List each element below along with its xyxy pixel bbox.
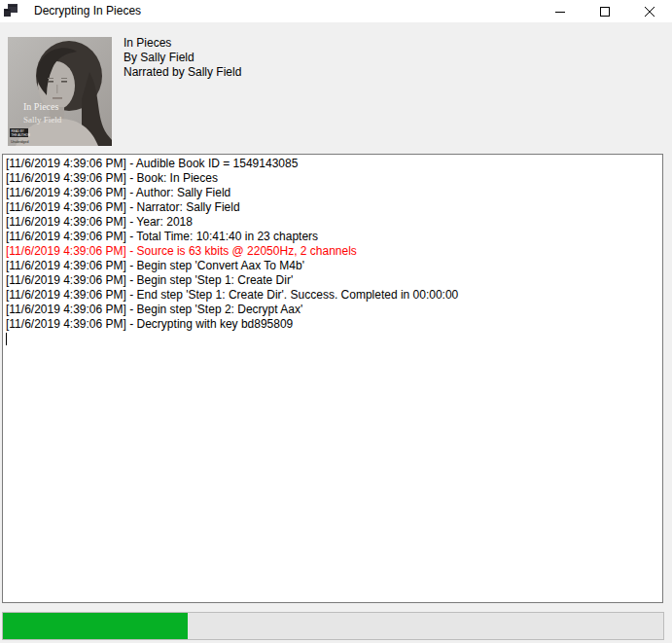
log-line: [11/6/2019 4:39:06 PM] - Begin step 'Ste… — [6, 303, 659, 317]
close-button[interactable] — [627, 0, 672, 22]
cover-author-text: Sally Field — [23, 115, 62, 125]
book-narrator: Narrated by Sally Field — [124, 65, 241, 80]
book-title: In Pieces — [124, 36, 241, 51]
log-line: [11/6/2019 4:39:06 PM] - Narrator: Sally… — [6, 200, 659, 215]
book-info: In Pieces By Sally Field Narrated by Sal… — [124, 36, 241, 80]
minimize-button[interactable] — [538, 0, 583, 22]
cover-badge-line3: Unabridged — [11, 140, 29, 144]
book-cover-image: In Pieces Sally Field READ BY THE AUTHOR… — [8, 37, 112, 146]
cover-title-text: In Pieces — [23, 101, 58, 112]
minimize-icon — [555, 7, 565, 17]
close-icon — [645, 7, 654, 17]
maximize-icon — [600, 7, 610, 17]
title-bar[interactable]: Decrypting In Pieces — [0, 0, 672, 22]
log-line: [11/6/2019 4:39:06 PM] - Author: Sally F… — [6, 186, 659, 200]
log-line: [11/6/2019 4:39:06 PM] - Book: In Pieces — [6, 171, 659, 186]
log-line: [11/6/2019 4:39:06 PM] - Source is 63 kb… — [6, 244, 659, 259]
window-controls — [538, 0, 672, 22]
app-icon — [3, 3, 18, 18]
progress-fill — [3, 613, 188, 639]
log-line: [11/6/2019 4:39:06 PM] - Total Time: 10:… — [6, 230, 659, 244]
log-line: [11/6/2019 4:39:06 PM] - Begin step 'Con… — [6, 259, 659, 273]
text-caret — [6, 333, 7, 345]
log-line: [11/6/2019 4:39:06 PM] - Year: 2018 — [6, 215, 659, 230]
progress-bar — [2, 612, 664, 640]
app-window: Decrypting In Pieces — [0, 0, 672, 643]
book-author: By Sally Field — [124, 51, 241, 65]
log-line: [11/6/2019 4:39:06 PM] - End step 'Step … — [6, 288, 659, 303]
log-area[interactable]: [11/6/2019 4:39:06 PM] - Audible Book ID… — [2, 154, 663, 603]
log-line: [11/6/2019 4:39:06 PM] - Decrypting with… — [6, 317, 659, 332]
log-line: [11/6/2019 4:39:06 PM] - Audible Book ID… — [6, 157, 659, 171]
maximize-button[interactable] — [583, 0, 627, 22]
window-title: Decrypting In Pieces — [34, 4, 141, 18]
cover-badge-line2: THE AUTHOR — [12, 133, 31, 137]
log-line: [11/6/2019 4:39:06 PM] - Begin step 'Ste… — [6, 273, 659, 288]
